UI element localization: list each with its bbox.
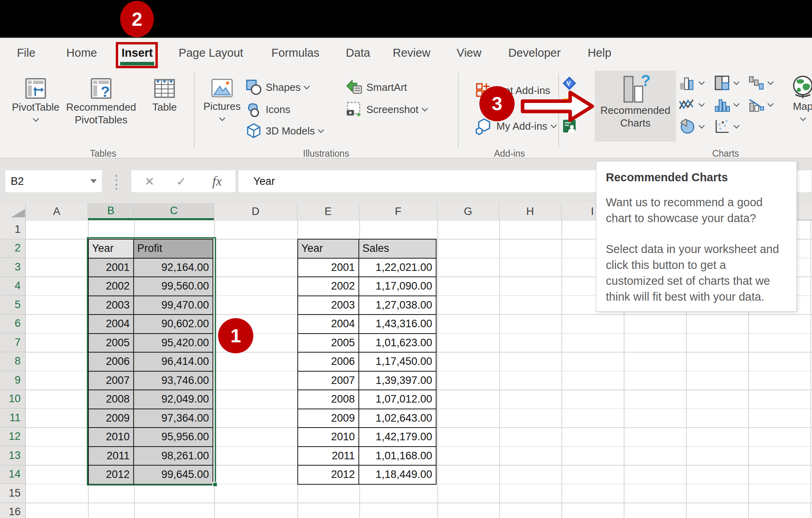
cell-b8[interactable]: 2006: [89, 353, 134, 372]
tab-file[interactable]: File: [17, 38, 36, 68]
cell-c12[interactable]: 95,956.00: [134, 428, 213, 447]
cell-f6[interactable]: 1,43,316.00: [359, 315, 437, 334]
cell-f13[interactable]: 1,01,168.00: [359, 447, 437, 466]
row-header-13[interactable]: 13: [0, 446, 25, 465]
cell-b10[interactable]: 2008: [89, 390, 134, 409]
chevron-down-icon[interactable]: [699, 123, 705, 129]
maps-button[interactable]: Map: [785, 75, 812, 120]
cell-b9[interactable]: 2007: [89, 372, 134, 391]
chevron-down-icon[interactable]: [699, 79, 705, 85]
chevron-down-icon[interactable]: [768, 101, 774, 107]
tab-review[interactable]: Review: [393, 38, 430, 68]
cell-b4[interactable]: 2002: [89, 277, 134, 296]
cell-b13[interactable]: 2011: [89, 447, 134, 466]
cell-b11[interactable]: 2009: [89, 409, 134, 428]
cell-e12[interactable]: 2010: [298, 428, 359, 447]
insert-waterfall-chart-button[interactable]: [748, 75, 773, 91]
tab-developer[interactable]: Developer: [508, 38, 561, 68]
row-header-11[interactable]: 11: [0, 409, 25, 428]
recommended-pivottables-button[interactable]: ? Recommended PivotTables: [59, 76, 143, 126]
cell-c5[interactable]: 99,470.00: [134, 296, 213, 315]
cell-c3[interactable]: 92,164.00: [134, 259, 213, 278]
cell-b12[interactable]: 2010: [89, 428, 134, 447]
3d-models-button[interactable]: 3D Models: [246, 123, 323, 139]
cell-c14[interactable]: 99,645.00: [134, 466, 213, 485]
cell-c9[interactable]: 93,746.00: [134, 372, 213, 391]
cell-f4[interactable]: 1,17,090.00: [359, 277, 437, 296]
fill-handle[interactable]: [213, 482, 218, 487]
row-header-1[interactable]: 1: [0, 220, 25, 239]
chevron-down-icon[interactable]: [733, 123, 740, 129]
cell-e3[interactable]: 2001: [298, 259, 359, 278]
cell-f9[interactable]: 1,39,397.00: [359, 372, 437, 391]
row-header-10[interactable]: 10: [0, 390, 25, 409]
row-header-7[interactable]: 7: [0, 333, 25, 352]
cell-f3[interactable]: 1,22,021.00: [359, 259, 437, 278]
cell-b14[interactable]: 2012: [89, 466, 134, 485]
row-header-6[interactable]: 6: [0, 315, 25, 334]
cell-c6[interactable]: 90,602.00: [134, 315, 213, 334]
row-header-2[interactable]: 2: [0, 239, 25, 258]
column-header-g[interactable]: G: [437, 203, 499, 220]
cell-b2[interactable]: Year: [89, 240, 134, 259]
cell-e8[interactable]: 2006: [298, 353, 359, 372]
insert-line-chart-button[interactable]: [679, 96, 704, 113]
chevron-down-icon[interactable]: [33, 116, 39, 122]
cell-e6[interactable]: 2004: [298, 315, 359, 334]
cell-c11[interactable]: 97,364.00: [134, 409, 213, 428]
name-box-dropdown-icon[interactable]: [90, 179, 97, 183]
cell-b5[interactable]: 2003: [89, 296, 134, 315]
tab-page-layout[interactable]: Page Layout: [179, 38, 243, 68]
cell-f14[interactable]: 1,18,449.00: [359, 466, 437, 485]
row-header-8[interactable]: 8: [0, 352, 25, 371]
insert-histogram-chart-button[interactable]: [714, 96, 739, 113]
enter-icon[interactable]: ✓: [171, 170, 191, 193]
insert-combo-chart-button[interactable]: [748, 96, 773, 113]
pictures-button[interactable]: Pictures: [200, 76, 244, 120]
cell-e2[interactable]: Year: [298, 240, 359, 259]
column-header-h[interactable]: H: [499, 203, 561, 220]
cell-e13[interactable]: 2011: [298, 447, 359, 466]
row-header-5[interactable]: 5: [0, 295, 25, 315]
column-header-e[interactable]: E: [297, 203, 359, 220]
cell-e7[interactable]: 2005: [298, 334, 359, 353]
cell-f7[interactable]: 1,01,623.00: [359, 334, 437, 353]
row-header-12[interactable]: 12: [0, 428, 25, 447]
cell-c7[interactable]: 95,420.00: [134, 334, 213, 353]
row-header-14[interactable]: 14: [0, 465, 25, 484]
insert-pie-chart-button[interactable]: [679, 118, 704, 135]
cell-e10[interactable]: 2008: [298, 390, 359, 409]
row-header-9[interactable]: 9: [0, 371, 25, 390]
table-button[interactable]: Table: [143, 76, 186, 113]
cell-c10[interactable]: 92,049.00: [134, 390, 213, 409]
chevron-down-icon[interactable]: [733, 101, 740, 107]
cell-f11[interactable]: 1,02,643.00: [359, 409, 437, 428]
tab-data[interactable]: Data: [346, 38, 370, 68]
cell-f8[interactable]: 1,17,450.00: [359, 353, 437, 372]
chevron-down-icon[interactable]: [768, 79, 774, 85]
column-header-d[interactable]: D: [214, 203, 297, 220]
tab-formulas[interactable]: Formulas: [272, 38, 320, 68]
tab-home[interactable]: Home: [66, 38, 97, 68]
cell-e14[interactable]: 2012: [298, 466, 359, 485]
row-header-3[interactable]: 3: [0, 258, 25, 277]
tab-help[interactable]: Help: [588, 38, 611, 68]
tab-view[interactable]: View: [457, 38, 481, 68]
pivottable-button[interactable]: PivotTable: [12, 76, 59, 121]
smartart-button[interactable]: SmartArt: [346, 79, 407, 95]
row-header-4[interactable]: 4: [0, 277, 25, 296]
cell-c8[interactable]: 96,414.00: [134, 353, 213, 372]
cell-c2[interactable]: Profit: [134, 240, 213, 259]
cell-f12[interactable]: 1,42,179.00: [359, 428, 437, 447]
column-header-a[interactable]: A: [26, 203, 88, 220]
cell-f5[interactable]: 1,27,038.00: [359, 296, 437, 315]
cell-b3[interactable]: 2001: [89, 259, 134, 278]
cell-e4[interactable]: 2002: [298, 277, 359, 296]
cell-f10[interactable]: 1,07,012.00: [359, 390, 437, 409]
icons-button[interactable]: Icons: [246, 102, 290, 117]
insert-scatter-chart-button[interactable]: [714, 118, 739, 135]
chevron-down-icon[interactable]: [800, 115, 806, 121]
insert-hierarchy-chart-button[interactable]: [714, 75, 739, 91]
column-header-b[interactable]: B: [88, 203, 134, 220]
chevron-down-icon[interactable]: [304, 83, 310, 90]
